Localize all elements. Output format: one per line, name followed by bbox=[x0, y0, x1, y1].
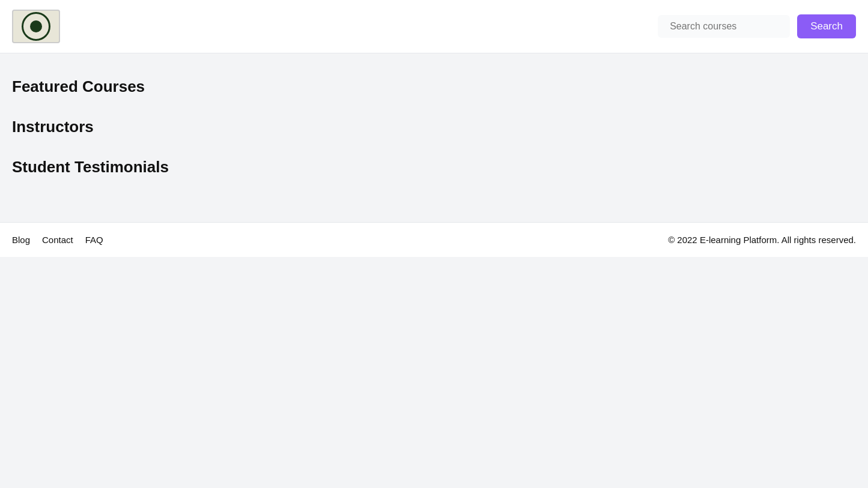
site-footer: Blog Contact FAQ © 2022 E-learning Platf… bbox=[0, 222, 868, 257]
logo bbox=[12, 10, 60, 43]
instructors-title: Instructors bbox=[12, 118, 856, 136]
footer-link-faq[interactable]: FAQ bbox=[85, 235, 103, 245]
search-input[interactable] bbox=[658, 15, 790, 38]
featured-courses-section: Featured Courses bbox=[12, 77, 856, 96]
logo-area bbox=[12, 10, 60, 43]
main-content: Featured Courses Instructors Student Tes… bbox=[0, 53, 868, 222]
logo-inner-circle bbox=[30, 20, 42, 32]
logo-circle bbox=[22, 12, 50, 41]
footer-link-blog[interactable]: Blog bbox=[12, 235, 30, 245]
site-header: Search bbox=[0, 0, 868, 53]
footer-copyright: © 2022 E-learning Platform. All rights r… bbox=[668, 235, 856, 245]
footer-link-contact[interactable]: Contact bbox=[42, 235, 73, 245]
featured-courses-title: Featured Courses bbox=[12, 77, 856, 96]
student-testimonials-title: Student Testimonials bbox=[12, 158, 856, 176]
footer-links: Blog Contact FAQ bbox=[12, 235, 103, 245]
student-testimonials-section: Student Testimonials bbox=[12, 158, 856, 176]
search-button[interactable]: Search bbox=[797, 14, 856, 38]
instructors-section: Instructors bbox=[12, 118, 856, 136]
search-area: Search bbox=[658, 14, 856, 38]
